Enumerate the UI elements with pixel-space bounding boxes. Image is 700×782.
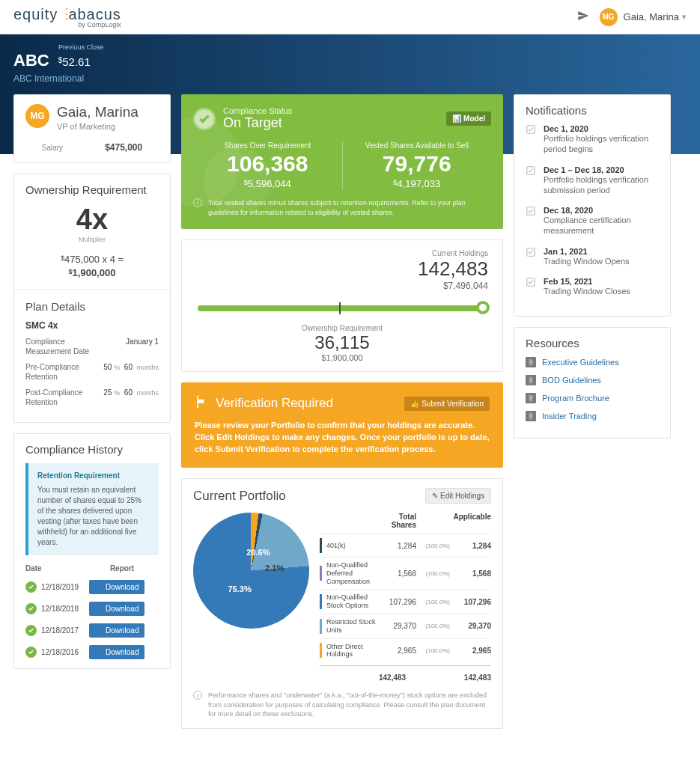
col-total: Total Shares (379, 513, 416, 529)
portfolio-row: Non-Qualified Stock Options107,296(100.0… (320, 589, 491, 614)
top-bar: equityabacus by CompLogix MG Gaia, Marin… (0, 0, 700, 34)
pdf-icon (526, 375, 536, 385)
price: $52.61 (58, 55, 91, 68)
download-button[interactable]: Download (89, 602, 144, 616)
download-button[interactable]: Download (89, 645, 144, 659)
flag-icon (195, 394, 210, 412)
pdf-icon (526, 393, 536, 403)
vested-avail-label: Vested Shares Available to Sell (343, 141, 492, 150)
info-icon: i (193, 691, 202, 700)
pdf-icon (526, 357, 536, 367)
shares-over-dollar: $5,596,044 (193, 178, 342, 189)
pdf-icon (526, 411, 536, 421)
resources-title: Resources (526, 337, 659, 349)
model-button[interactable]: 📊 Model (446, 112, 491, 126)
calc-result: $1,900,000 (25, 267, 159, 278)
portfolio-pie-chart: 75.3% 20.6% 2.1% (193, 513, 309, 629)
hist-col-report: Report (85, 564, 159, 572)
vested-avail-value: 79,776 (343, 151, 492, 177)
plan-row: Post-Compliance Retention25% 60 months (25, 388, 159, 407)
download-button[interactable]: Download (89, 580, 144, 594)
ticker: ABC (13, 51, 49, 70)
check-icon (25, 625, 37, 636)
resource-link[interactable]: Insider Trading (526, 411, 659, 421)
check-outline-icon (526, 124, 536, 135)
history-title: Compliance History (25, 443, 159, 456)
submit-verification-button[interactable]: 👍 Submit Verification (404, 397, 490, 411)
check-outline-icon (526, 247, 536, 257)
portfolio-row: 401(k)1,284(100.0%)1,284 (320, 534, 491, 557)
profile-title: VP of Marketing (57, 122, 139, 131)
compliance-status: On Target (223, 115, 292, 131)
previous-close-label: Previous Close (58, 43, 687, 51)
profile-name: Gaia, Marina (57, 104, 139, 120)
history-card: Compliance History Retention Requirement… (13, 433, 171, 669)
company-link[interactable]: ABC International (13, 73, 687, 84)
current-holdings-dollar: $7,496,044 (193, 281, 488, 291)
notification-item: Dec 1 – Dec 18, 2020Portfolio holdings v… (526, 165, 659, 196)
user-menu[interactable]: Gaia, Marina (624, 11, 679, 22)
compliance-info-text: Total vested shares minus shares subject… (208, 198, 491, 217)
compliance-card: Compliance Status On Target 📊 Model Shar… (181, 94, 503, 229)
avatar-large: MG (25, 104, 49, 128)
retention-callout: Retention Requirement You must retain an… (25, 463, 159, 555)
check-circle-icon (193, 108, 216, 130)
holdings-slider[interactable] (198, 302, 487, 314)
verification-card: Verification Required 👍 Submit Verificat… (181, 382, 503, 468)
chevron-down-icon[interactable]: ▾ (682, 12, 687, 22)
salary-label: Salary (42, 144, 79, 152)
notification-item: Dec 1, 2020Portfolio holdings verificati… (526, 124, 659, 155)
avatar[interactable]: MG (600, 8, 618, 26)
current-holdings-label: Current Holdings (193, 249, 488, 257)
portfolio-footer: Performance shares and "underwater" (a.k… (208, 691, 491, 719)
check-outline-icon (526, 165, 536, 176)
notifications-title: Notifications (526, 104, 659, 117)
notification-item: Feb 15, 2021Trading Window Closes (526, 277, 659, 296)
pie-label-ter: 2.1% (265, 563, 284, 572)
shares-over-value: 106,368 (193, 151, 342, 177)
total-shares: 142,483 (379, 673, 450, 682)
notification-item: Jan 1, 2021Trading Window Opens (526, 247, 659, 266)
col-applicable: Applicable (450, 513, 491, 529)
current-holdings-value: 142,483 (193, 257, 488, 281)
pie-label-main: 75.3% (228, 584, 252, 593)
history-row: 12/18/2016Download (25, 645, 159, 659)
check-icon (25, 647, 37, 658)
notifications-card: Notifications Dec 1, 2020Portfolio holdi… (514, 94, 671, 317)
edit-holdings-button[interactable]: ✎ Edit Holdings (425, 488, 491, 504)
verification-title: Verification Required (216, 396, 333, 411)
check-icon (25, 581, 37, 593)
plan-row: Compliance Measurement DateJanuary 1 (25, 337, 159, 356)
send-icon[interactable] (577, 10, 589, 24)
plan-row: Pre-Compliance Retention50% 60 months (25, 362, 159, 382)
check-outline-icon (526, 277, 536, 287)
callout-body: You must retain an equivalent number of … (37, 485, 150, 548)
total-applicable: 142,483 (450, 673, 491, 682)
resource-link[interactable]: Executive Guidelines (526, 357, 659, 367)
plan-title: Plan Details (25, 300, 159, 313)
download-button[interactable]: Download (89, 623, 144, 638)
pie-label-sec: 20.6% (246, 548, 270, 557)
resources-card: Resources Executive GuidelinesBOD Guidel… (514, 327, 671, 439)
hist-col-date: Date (25, 564, 85, 572)
portfolio-card: Current Portfolio ✎ Edit Holdings 75.3% … (181, 478, 503, 729)
multiplier-label: Multiplier (25, 236, 159, 243)
portfolio-row: Non-Qualified Deferred Compensation1,568… (320, 557, 491, 589)
ownership-req-label: Ownership Requirement (193, 324, 491, 332)
logo-text-post: abacus (68, 6, 121, 22)
holdings-card: Current Holdings 142,483 $7,496,044 Owne… (181, 239, 503, 372)
history-row: 12/18/2017Download (25, 623, 159, 638)
resource-link[interactable]: BOD Guidelines (526, 375, 659, 385)
shares-over-label: Shares Over Requirement (193, 141, 342, 150)
portfolio-row: Restricted Stock Units29,370(100.0%)29,3… (320, 614, 491, 638)
history-row: 12/18/2019Download (25, 580, 159, 594)
logo-text-pre: equity (13, 6, 58, 22)
logo: equityabacus by CompLogix (13, 6, 121, 28)
ownership-card: Ownership Requirement 4x Multiplier $475… (13, 174, 171, 423)
salary-value: $475,000 (82, 142, 142, 153)
portfolio-row: Other Direct Holdings2,965(100.0%)2,965 (320, 638, 491, 663)
callout-title: Retention Requirement (37, 471, 150, 481)
ownership-title: Ownership Requirement (25, 183, 159, 196)
resource-link[interactable]: Program Brochure (526, 393, 659, 403)
portfolio-title: Current Portfolio (193, 489, 286, 504)
